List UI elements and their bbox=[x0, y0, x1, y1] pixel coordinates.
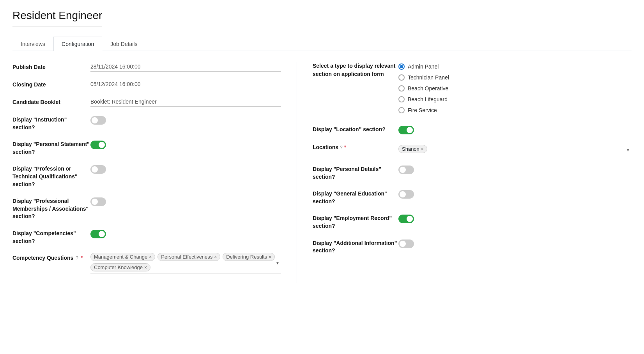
tag-remove-delivering-results[interactable]: × bbox=[269, 254, 271, 260]
select-type-section: Select a type to display relevant sectio… bbox=[313, 62, 632, 113]
display-personal-details-row: Display "Personal Details" section? bbox=[313, 164, 632, 181]
radio-admin-panel[interactable]: Admin Panel bbox=[398, 63, 449, 70]
display-instruction-control bbox=[90, 114, 281, 126]
display-additional-info-control bbox=[398, 238, 632, 248]
display-employment-record-label: Display "Employment Record" section? bbox=[313, 213, 398, 230]
locations-arrow: ▼ bbox=[626, 148, 630, 152]
radio-beach-lifeguard-circle bbox=[398, 96, 405, 102]
display-personal-details-label: Display "Personal Details" section? bbox=[313, 164, 398, 181]
closing-date-value: 05/12/2024 16:00:00 bbox=[90, 79, 281, 89]
right-column: Select a type to display relevant sectio… bbox=[297, 62, 632, 283]
display-competencies-row: Display "Competencies" section? bbox=[12, 228, 281, 245]
display-competencies-toggle[interactable] bbox=[90, 230, 106, 238]
display-instruction-row: Display "Instruction" section? bbox=[12, 114, 281, 131]
tag-management-change[interactable]: Management & Change × bbox=[90, 253, 155, 261]
tag-remove-personal-effectiveness[interactable]: × bbox=[214, 254, 217, 260]
competency-questions-label: Competency Questions ? * bbox=[12, 253, 90, 262]
display-general-education-slider bbox=[398, 190, 414, 199]
tag-personal-effectiveness[interactable]: Personal Effectiveness × bbox=[157, 253, 220, 261]
tag-computer-knowledge[interactable]: Computer Knowledge × bbox=[90, 263, 150, 271]
display-employment-record-toggle[interactable] bbox=[398, 215, 414, 223]
display-personal-statement-row: Display "Personal Statement" section? bbox=[12, 139, 281, 156]
left-column: Publish Date 28/11/2024 16:00:00 Closing… bbox=[12, 62, 297, 283]
display-location-control bbox=[398, 124, 632, 134]
locations-control[interactable]: Shanon × ▼ bbox=[398, 142, 632, 156]
display-additional-info-slider bbox=[398, 240, 414, 248]
display-location-toggle[interactable] bbox=[398, 126, 414, 134]
display-personal-details-toggle[interactable] bbox=[398, 166, 414, 174]
tab-configuration[interactable]: Configuration bbox=[53, 37, 102, 51]
competency-questions-control[interactable]: Management & Change × Personal Effective… bbox=[90, 253, 281, 275]
display-instruction-label: Display "Instruction" section? bbox=[12, 114, 90, 131]
display-general-education-toggle[interactable] bbox=[398, 190, 414, 199]
display-professional-memberships-row: Display "Professional Memberships / Asso… bbox=[12, 196, 281, 220]
locations-select[interactable]: Shanon × ▼ bbox=[398, 144, 632, 156]
display-personal-statement-slider bbox=[90, 141, 106, 149]
display-location-label: Display "Location" section? bbox=[313, 124, 398, 134]
radio-technician-panel[interactable]: Technician Panel bbox=[398, 74, 449, 81]
tag-label: Personal Effectiveness bbox=[161, 254, 212, 260]
tag-remove-shanon[interactable]: × bbox=[421, 146, 424, 152]
display-general-education-control bbox=[398, 188, 632, 199]
tab-job-details[interactable]: Job Details bbox=[102, 37, 145, 51]
display-instruction-slider bbox=[90, 116, 106, 125]
tag-label: Computer Knowledge bbox=[94, 264, 143, 270]
display-competencies-slider bbox=[90, 230, 106, 238]
display-personal-statement-label: Display "Personal Statement" section? bbox=[12, 139, 90, 156]
tag-label: Management & Change bbox=[94, 254, 147, 260]
competency-questions-arrow: ▼ bbox=[276, 261, 280, 265]
display-employment-record-row: Display "Employment Record" section? bbox=[313, 213, 632, 230]
select-type-label: Select a type to display relevant sectio… bbox=[313, 62, 398, 78]
radio-fire-service-label: Fire Service bbox=[408, 107, 437, 113]
display-profession-control bbox=[90, 164, 281, 175]
display-professional-memberships-toggle[interactable] bbox=[90, 197, 106, 206]
tab-bar: Interviews Configuration Job Details bbox=[12, 37, 632, 51]
display-personal-statement-toggle[interactable] bbox=[90, 141, 106, 149]
display-employment-record-control bbox=[398, 213, 632, 223]
display-location-slider bbox=[398, 126, 414, 134]
display-employment-record-slider bbox=[398, 215, 414, 223]
closing-date-label: Closing Date bbox=[12, 79, 90, 89]
display-profession-slider bbox=[90, 165, 106, 174]
display-additional-info-label: Display "Additional Information" section… bbox=[313, 238, 398, 255]
radio-admin-panel-label: Admin Panel bbox=[408, 63, 439, 70]
display-competencies-label: Display "Competencies" section? bbox=[12, 228, 90, 245]
competency-questions-row: Competency Questions ? * Management & Ch… bbox=[12, 253, 281, 275]
competency-questions-required: * bbox=[81, 255, 83, 261]
display-additional-info-toggle[interactable] bbox=[398, 240, 414, 248]
display-profession-label: Display "Profession or Technical Qualifi… bbox=[12, 164, 90, 188]
radio-admin-panel-circle bbox=[398, 63, 405, 70]
radio-beach-lifeguard[interactable]: Beach Lifeguard bbox=[398, 96, 449, 102]
display-general-education-row: Display "General Education" section? bbox=[313, 188, 632, 205]
tag-remove-computer-knowledge[interactable]: × bbox=[144, 265, 147, 270]
display-personal-statement-control bbox=[90, 139, 281, 151]
tab-interviews[interactable]: Interviews bbox=[12, 37, 53, 51]
radio-beach-operative-circle bbox=[398, 85, 405, 92]
display-profession-toggle[interactable] bbox=[90, 165, 106, 174]
tag-delivering-results[interactable]: Delivering Results × bbox=[223, 253, 275, 261]
display-professional-memberships-label: Display "Professional Memberships / Asso… bbox=[12, 196, 90, 220]
closing-date-row: Closing Date 05/12/2024 16:00:00 bbox=[12, 79, 281, 89]
locations-row: Locations ? * Shanon × ▼ bbox=[313, 142, 632, 156]
tag-shanon[interactable]: Shanon × bbox=[398, 145, 427, 153]
tag-label: Delivering Results bbox=[226, 254, 267, 260]
publish-date-label: Publish Date bbox=[12, 62, 90, 71]
candidate-booklet-value: Booklet: Resident Engineer bbox=[90, 97, 281, 107]
content-area: Publish Date 28/11/2024 16:00:00 Closing… bbox=[12, 51, 632, 283]
locations-help-icon: ? bbox=[340, 145, 343, 150]
display-profession-row: Display "Profession or Technical Qualifi… bbox=[12, 164, 281, 188]
competency-questions-select[interactable]: Management & Change × Personal Effective… bbox=[90, 253, 281, 273]
display-competencies-control bbox=[90, 228, 281, 240]
radio-beach-operative[interactable]: Beach Operative bbox=[398, 85, 449, 92]
tag-remove-management-change[interactable]: × bbox=[149, 254, 152, 260]
candidate-booklet-label: Candidate Booklet bbox=[12, 97, 90, 106]
page-title: Resident Engineer bbox=[12, 9, 102, 27]
tag-label: Shanon bbox=[402, 146, 419, 152]
display-general-education-label: Display "General Education" section? bbox=[313, 188, 398, 205]
competency-questions-help-icon: ? bbox=[76, 255, 78, 261]
display-personal-details-control bbox=[398, 164, 632, 174]
candidate-booklet-row: Candidate Booklet Booklet: Resident Engi… bbox=[12, 97, 281, 107]
publish-date-row: Publish Date 28/11/2024 16:00:00 bbox=[12, 62, 281, 72]
display-instruction-toggle[interactable] bbox=[90, 116, 106, 125]
radio-fire-service[interactable]: Fire Service bbox=[398, 107, 449, 113]
